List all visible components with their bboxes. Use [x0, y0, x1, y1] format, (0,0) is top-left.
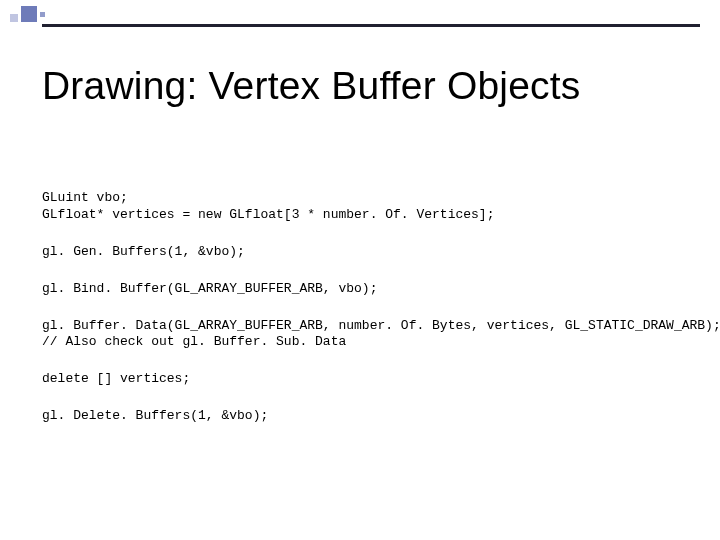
code-line: GLuint vbo;: [42, 190, 128, 205]
code-listing: GLuint vbo; GLfloat* vertices = new GLfl…: [42, 190, 700, 445]
code-block-declare: GLuint vbo; GLfloat* vertices = new GLfl…: [42, 190, 700, 224]
code-line: gl. Bind. Buffer(GL_ARRAY_BUFFER_ARB, vb…: [42, 281, 377, 296]
header-rule: [42, 24, 700, 27]
code-line: gl. Buffer. Data(GL_ARRAY_BUFFER_ARB, nu…: [42, 318, 720, 333]
code-line: gl. Gen. Buffers(1, &vbo);: [42, 244, 245, 259]
code-block-delete-array: delete [] vertices;: [42, 371, 700, 388]
code-block-delete-buffer: gl. Delete. Buffers(1, &vbo);: [42, 408, 700, 425]
deco-square-large: [21, 6, 37, 22]
code-block-bind: gl. Bind. Buffer(GL_ARRAY_BUFFER_ARB, vb…: [42, 281, 700, 298]
deco-square-small: [10, 14, 18, 22]
deco-square-tiny: [40, 12, 45, 17]
code-block-gen: gl. Gen. Buffers(1, &vbo);: [42, 244, 700, 261]
code-block-data: gl. Buffer. Data(GL_ARRAY_BUFFER_ARB, nu…: [42, 318, 700, 352]
code-line: gl. Delete. Buffers(1, &vbo);: [42, 408, 268, 423]
slide-title: Drawing: Vertex Buffer Objects: [42, 64, 581, 108]
code-line: // Also check out gl. Buffer. Sub. Data: [42, 334, 346, 349]
code-line: GLfloat* vertices = new GLfloat[3 * numb…: [42, 207, 494, 222]
code-line: delete [] vertices;: [42, 371, 190, 386]
slide-decoration: [10, 6, 45, 22]
